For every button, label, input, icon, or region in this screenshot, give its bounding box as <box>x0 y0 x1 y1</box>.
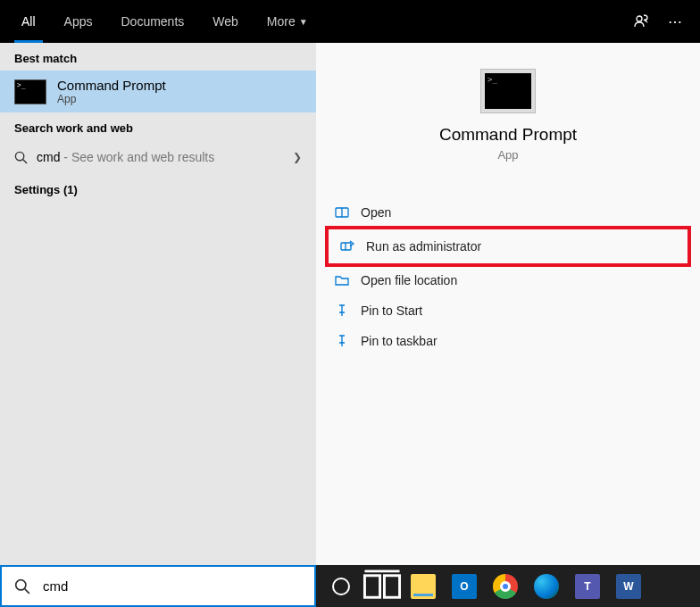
svg-point-4 <box>16 579 26 589</box>
admin-icon <box>339 238 355 254</box>
search-input-bar[interactable] <box>0 565 316 607</box>
svg-rect-6 <box>384 575 399 596</box>
preview-title: Command Prompt <box>316 125 700 145</box>
filter-tabs: All Apps Documents Web More▼ <box>7 0 322 43</box>
taskbar-app-teams[interactable]: T <box>568 569 607 604</box>
chevron-down-icon: ▼ <box>299 17 308 27</box>
action-label: Pin to Start <box>361 304 422 318</box>
command-prompt-icon <box>14 79 46 104</box>
open-icon <box>334 204 350 220</box>
search-input[interactable] <box>43 578 302 594</box>
highlight-annotation: Run as administrator <box>325 226 691 267</box>
results-panel: Best match Command Prompt App Search wor… <box>0 43 316 565</box>
taskbar: O T W <box>316 565 700 607</box>
action-label: Pin to taskbar <box>361 334 438 348</box>
settings-header[interactable]: Settings (1) <box>0 174 316 202</box>
action-open-file-location[interactable]: Open file location <box>325 265 691 295</box>
tab-all[interactable]: All <box>7 0 50 43</box>
query-text: cmd <box>37 150 60 164</box>
action-label: Run as administrator <box>366 239 481 254</box>
search-header: All Apps Documents Web More▼ ⋯ <box>0 0 700 43</box>
feedback-icon[interactable] <box>632 12 650 30</box>
web-search-suggestion[interactable]: cmd - See work and web results ❯ <box>0 140 316 174</box>
chrome-icon <box>493 574 518 599</box>
task-view-icon <box>362 567 402 606</box>
svg-point-0 <box>637 16 642 21</box>
taskbar-app-outlook[interactable]: O <box>445 569 484 604</box>
action-run-as-administrator[interactable]: Run as administrator <box>330 231 682 262</box>
result-subtitle: App <box>57 93 166 105</box>
cortana-icon <box>332 578 350 595</box>
pin-icon <box>334 333 350 349</box>
preview-panel: Command Prompt App Open Run as administr… <box>316 43 700 565</box>
pin-icon <box>334 303 350 319</box>
command-prompt-icon <box>481 70 535 112</box>
search-icon <box>14 151 28 164</box>
tab-apps[interactable]: Apps <box>50 0 107 43</box>
outlook-icon: O <box>452 574 477 599</box>
file-explorer-icon <box>411 574 436 599</box>
query-hint: - See work and web results <box>60 150 214 164</box>
teams-icon: T <box>575 574 600 599</box>
svg-rect-5 <box>364 575 379 596</box>
tab-more[interactable]: More▼ <box>253 0 322 43</box>
tab-web[interactable]: Web <box>198 0 253 43</box>
search-web-header: Search work and web <box>0 112 316 140</box>
action-open[interactable]: Open <box>325 197 691 228</box>
action-label: Open file location <box>361 273 457 287</box>
action-pin-to-taskbar[interactable]: Pin to taskbar <box>325 326 691 356</box>
taskbar-app-word[interactable]: W <box>609 569 648 604</box>
best-match-result[interactable]: Command Prompt App <box>0 71 316 112</box>
actions-list: Open Run as administrator Open file loca… <box>316 197 700 356</box>
preview-subtitle: App <box>316 148 700 162</box>
search-icon <box>14 578 30 595</box>
taskbar-app-edge[interactable] <box>527 569 566 604</box>
task-view-button[interactable] <box>362 569 402 604</box>
svg-point-1 <box>15 152 23 160</box>
taskbar-app-chrome[interactable] <box>486 569 525 604</box>
word-icon: W <box>616 574 641 599</box>
best-match-header: Best match <box>0 43 316 71</box>
chevron-right-icon: ❯ <box>293 151 302 163</box>
action-pin-to-start[interactable]: Pin to Start <box>325 295 691 326</box>
action-label: Open <box>361 205 391 220</box>
more-options-icon[interactable]: ⋯ <box>668 13 682 30</box>
cortana-button[interactable] <box>321 569 361 604</box>
taskbar-app-explorer[interactable] <box>404 569 443 604</box>
edge-icon <box>534 574 559 599</box>
folder-icon <box>334 272 350 288</box>
tab-documents[interactable]: Documents <box>106 0 198 43</box>
result-title: Command Prompt <box>57 78 166 93</box>
